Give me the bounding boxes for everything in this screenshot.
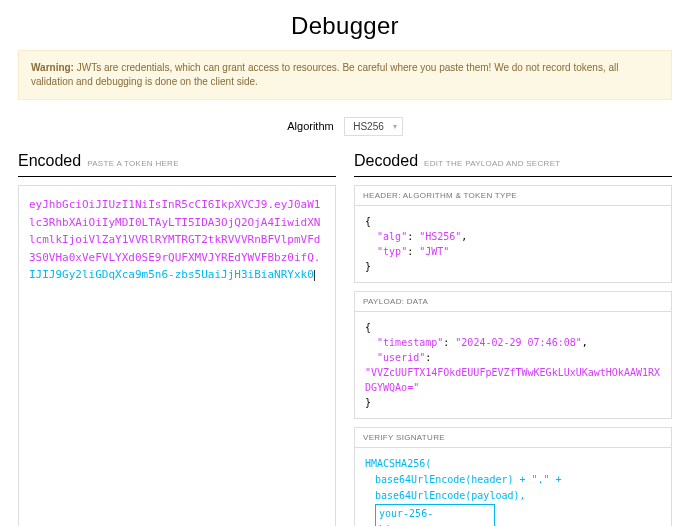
decoded-sub: EDIT THE PAYLOAD AND SECRET <box>424 159 560 168</box>
signature-section-title: VERIFY SIGNATURE <box>355 428 671 448</box>
decoded-heading-text: Decoded <box>354 152 418 170</box>
algorithm-value: HS256 <box>353 121 384 132</box>
algorithm-label: Algorithm <box>287 120 333 132</box>
algorithm-row: Algorithm HS256 ▾ <box>18 116 672 136</box>
userid-value: "VVZcUUFTX14FOkdEUUFpEVZfTWwKEGkLUxUKawt… <box>365 367 660 393</box>
warning-text: JWTs are credentials, which can grant ac… <box>31 62 619 87</box>
header-section-body[interactable]: { "alg": "HS256", "typ": "JWT" } <box>355 206 671 282</box>
jwt-header-part: eyJhbGciOiJIUzI1NiIsInR5cCI6IkpXVCJ9 <box>29 198 267 211</box>
encoded-sub: PASTE A TOKEN HERE <box>87 159 179 168</box>
algorithm-select[interactable]: HS256 ▾ <box>344 117 403 136</box>
alg-value: "HS256" <box>419 231 461 242</box>
signature-section: VERIFY SIGNATURE HMACSHA256( base64UrlEn… <box>354 427 672 526</box>
jwt-signature-part: IJIJ9Gy2liGDqXca9m5n6-zbs5UaiJjH3iBiaNRY… <box>29 268 314 281</box>
warning-banner: Warning: JWTs are credentials, which can… <box>18 50 672 100</box>
chevron-down-icon: ▾ <box>393 122 397 131</box>
decoded-column: Decoded EDIT THE PAYLOAD AND SECRET HEAD… <box>354 146 672 526</box>
userid-key: "userid" <box>377 352 425 363</box>
sig-line2: base64UrlEncode(payload), <box>365 488 661 504</box>
payload-section-body[interactable]: { "timestamp": "2024-02-29 07:46:08", "u… <box>355 312 671 418</box>
payload-section: PAYLOAD: DATA { "timestamp": "2024-02-29… <box>354 291 672 419</box>
timestamp-value: "2024-02-29 07:46:08" <box>455 337 581 348</box>
alg-key: "alg" <box>377 231 407 242</box>
decoded-heading: Decoded EDIT THE PAYLOAD AND SECRET <box>354 146 672 177</box>
encoded-column: Encoded PASTE A TOKEN HERE eyJhbGciOiJIU… <box>18 146 336 526</box>
signature-section-body: HMACSHA256( base64UrlEncode(header) + ".… <box>355 448 671 526</box>
encoded-heading-text: Encoded <box>18 152 81 170</box>
payload-section-title: PAYLOAD: DATA <box>355 292 671 312</box>
header-section: HEADER: ALGORITHM & TOKEN TYPE { "alg": … <box>354 185 672 283</box>
encoded-heading: Encoded PASTE A TOKEN HERE <box>18 146 336 177</box>
jwt-dot2: . <box>314 251 321 264</box>
page-title: Debugger <box>18 0 672 50</box>
secret-input[interactable]: your-256-biyes_your_s <box>375 504 495 526</box>
sig-fn: HMACSHA256( <box>365 458 431 469</box>
encoded-textarea[interactable]: eyJhbGciOiJIUzI1NiIsInR5cCI6IkpXVCJ9.eyJ… <box>18 185 336 526</box>
typ-value: "JWT" <box>419 246 449 257</box>
header-section-title: HEADER: ALGORITHM & TOKEN TYPE <box>355 186 671 206</box>
warning-bold: Warning: <box>31 62 74 73</box>
text-cursor <box>314 270 315 281</box>
typ-key: "typ" <box>377 246 407 257</box>
timestamp-key: "timestamp" <box>377 337 443 348</box>
sig-line1: base64UrlEncode(header) + "." + <box>365 472 661 488</box>
